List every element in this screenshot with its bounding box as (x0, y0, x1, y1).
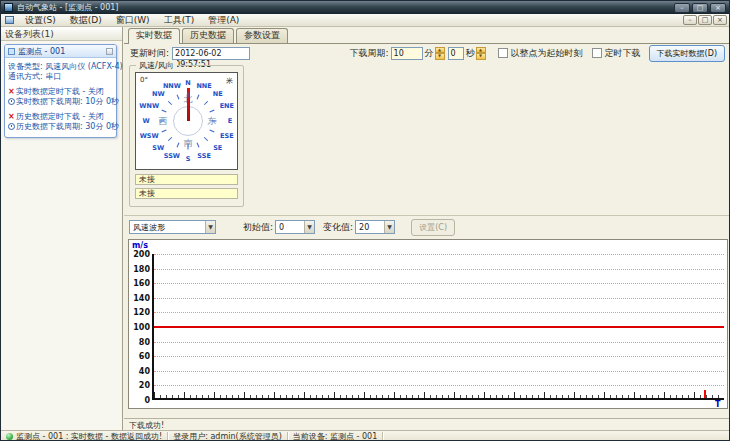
gridline (154, 342, 724, 343)
red-x-icon: × (8, 112, 16, 122)
compass-tick (210, 110, 215, 113)
clock-icon (8, 98, 15, 105)
compass-direction-label: WNW (139, 102, 159, 110)
waveform-controls-row: 风速波形 ▼ 初始值: 0 ▼ 变化值: 20 ▼ 设置(C) (124, 219, 730, 235)
tab-parameter-settings[interactable]: 参数设置 (236, 28, 288, 43)
menu-settings[interactable]: 设置(S) (18, 14, 63, 26)
realtime-scheduled-text: 实时数据定时下载 - 关闭 (16, 87, 104, 97)
application-window: 自动气象站 - [监测点 - 001] – □ × 设置(S) 数据(D) 窗口… (0, 0, 730, 441)
y-tick-label: 180 (129, 265, 150, 274)
menu-tools[interactable]: 工具(T) (157, 14, 202, 26)
scheduled-download-checkbox[interactable] (592, 48, 602, 58)
mdi-restore-button[interactable]: □ (698, 15, 712, 25)
device-card-titlebar[interactable]: 监测点 - 001 (5, 45, 116, 58)
scheduled-download-label: 定时下载 (605, 47, 641, 60)
compass-direction-label: N (185, 79, 190, 87)
compass-direction-label: SW (152, 144, 164, 152)
mdi-close-button[interactable]: × (713, 15, 727, 25)
status-current-device: 当前设备: 监测点 - 001 (288, 431, 382, 441)
menu-admin[interactable]: 管理(A) (201, 14, 246, 26)
compass-tick (177, 94, 180, 99)
menu-window[interactable]: 窗口(W) (109, 14, 157, 26)
tab-realtime-data[interactable]: 实时数据 (128, 28, 180, 44)
realtime-period-line: 实时数据下载周期: 10分 0秒 (8, 97, 113, 107)
gridline (154, 254, 724, 255)
compass-direction-label: NNE (196, 82, 211, 90)
update-time-field[interactable]: 2012-06-02 09:57:51 (172, 47, 250, 60)
main-area: 设备列表(1) 监测点 - 001 设备类型: 风速风向仪 (ACFX-4) 通… (1, 27, 730, 430)
wind-angle-readout: 0° (140, 76, 148, 84)
wind-group-title: 风速/风向 (136, 60, 177, 71)
change-value-select[interactable]: 20 ▼ (355, 220, 395, 234)
series-line (154, 326, 724, 328)
close-button[interactable]: × (710, 3, 726, 13)
align-hour-label: 以整点为起始时刻 (511, 47, 583, 60)
seconds-unit-label: 秒 (466, 47, 475, 60)
wind-unit-glyph: 米 (226, 76, 233, 86)
minimize-button[interactable]: – (674, 3, 690, 13)
app-icon (4, 3, 13, 12)
child-window-icon (5, 16, 14, 24)
realtime-period-text: 实时数据下载周期: 10分 0秒 (16, 97, 119, 107)
period-minutes-field[interactable]: 10 (391, 47, 423, 60)
y-axis-unit-label: m/s (132, 241, 148, 250)
history-period-line: 历史数据下载周期: 30分 0秒 (8, 122, 113, 132)
statusbar-separator (382, 432, 383, 441)
change-value-label: 变化值: (323, 221, 353, 234)
window-title: 自动气象站 - [监测点 - 001] (17, 1, 118, 14)
align-hour-checkbox-group[interactable]: 以整点为起始时刻 (498, 47, 583, 60)
initial-value-select[interactable]: 0 ▼ (275, 220, 315, 234)
x-axis-major-ticks (154, 392, 724, 398)
waveform-type-select[interactable]: 风速波形 ▼ (129, 220, 216, 234)
gridline (154, 312, 724, 313)
compass-tick (177, 143, 180, 148)
compass-direction-label: W (142, 117, 149, 125)
compass-tick (210, 130, 215, 133)
align-hour-checkbox[interactable] (498, 48, 508, 58)
panel-status-message: 下载成功! (124, 418, 730, 430)
mdi-minimize-button[interactable]: – (683, 15, 697, 25)
minutes-stepper[interactable]: ▲▼ (435, 47, 445, 60)
y-tick-label: 80 (129, 338, 150, 347)
y-tick-label: 120 (129, 308, 150, 317)
comm-mode-line: 通讯方式: 串口 (8, 72, 113, 82)
device-list-sidebar: 设备列表(1) 监测点 - 001 设备类型: 风速风向仪 (ACFX-4) 通… (1, 27, 123, 430)
compass-tick (204, 100, 208, 104)
history-scheduled-text: 历史数据定时下载 - 关闭 (16, 112, 104, 122)
device-card[interactable]: 监测点 - 001 设备类型: 风速风向仪 (ACFX-4) 通讯方式: 串口 … (4, 44, 117, 138)
compass-tick (188, 145, 189, 150)
compass-direction-label: ESE (220, 132, 234, 140)
compass-tick (167, 137, 171, 141)
device-card-title: 监测点 - 001 (18, 46, 65, 57)
initial-value-label: 初始值: (243, 221, 273, 234)
update-time-label: 更新时间: (130, 47, 169, 60)
tab-strip: 实时数据 历史数据 参数设置 (124, 28, 730, 44)
y-tick-label: 160 (129, 279, 150, 288)
settings-button[interactable]: 设置(C) (411, 219, 455, 236)
menu-bar: 设置(S) 数据(D) 窗口(W) 工具(T) 管理(A) – □ × (1, 14, 729, 27)
scheduled-download-checkbox-group[interactable]: 定时下载 (592, 47, 641, 60)
menu-data[interactable]: 数据(D) (63, 14, 109, 26)
history-scheduled-line: × 历史数据定时下载 - 关闭 (8, 112, 113, 122)
seconds-stepper[interactable]: ▲▼ (476, 47, 486, 60)
maximize-button[interactable]: □ (692, 3, 708, 13)
compass-direction-label: SSE (197, 152, 211, 160)
y-tick-label: 60 (129, 352, 150, 361)
compass-tick (161, 110, 166, 113)
pin-icon[interactable] (106, 48, 113, 55)
status-device-text: 监测点 - 001 : 实时数据 - 数据返回成功! (16, 431, 162, 441)
gridline (154, 298, 724, 299)
status-bar: 监测点 - 001 : 实时数据 - 数据返回成功! 登录用户: admin(系… (1, 430, 729, 441)
gridline (154, 356, 724, 357)
waveform-type-value: 风速波形 (130, 222, 205, 233)
compass-direction-label: E (228, 117, 232, 125)
compass-direction-label: NNW (163, 82, 181, 90)
compass-direction-label: NE (213, 90, 223, 98)
y-tick-label: 20 (129, 381, 150, 390)
chevron-down-icon: ▼ (384, 221, 394, 233)
period-seconds-field[interactable]: 0 (448, 47, 464, 60)
minutes-unit-label: 分 (425, 47, 434, 60)
tab-history-data[interactable]: 历史数据 (182, 28, 234, 43)
download-realtime-button[interactable]: 下载实时数据(D) (649, 45, 725, 62)
compass-direction-label: NW (152, 90, 165, 98)
